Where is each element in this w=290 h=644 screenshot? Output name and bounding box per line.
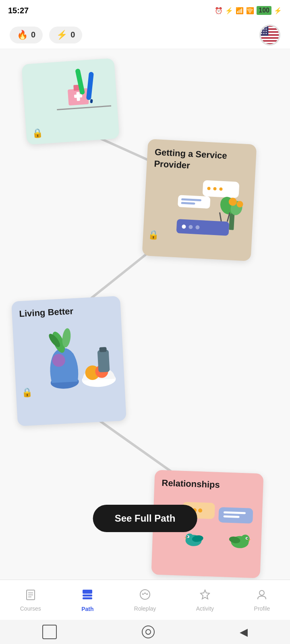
svg-rect-2 xyxy=(260,27,280,28)
system-nav-bar: ◀ xyxy=(0,620,290,644)
svg-line-38 xyxy=(57,106,111,109)
svg-rect-90 xyxy=(83,597,92,599)
svg-rect-9 xyxy=(260,37,280,39)
svg-point-91 xyxy=(140,590,150,599)
svg-rect-89 xyxy=(83,594,92,597)
svg-point-23 xyxy=(265,31,267,32)
activity-icon xyxy=(199,588,211,603)
activity-label: Activity xyxy=(196,605,214,612)
status-time: 15:27 xyxy=(8,6,29,15)
courses-label: Courses xyxy=(20,605,41,612)
nav-item-roleplay[interactable]: Roleplay xyxy=(134,588,156,612)
system-back-button[interactable]: ◀ xyxy=(240,626,248,638)
alarm-icon: ⏰ xyxy=(215,7,223,14)
roleplay-label: Roleplay xyxy=(134,605,156,612)
svg-rect-71 xyxy=(218,507,253,524)
svg-rect-35 xyxy=(86,72,94,100)
svg-rect-34 xyxy=(74,94,83,98)
path-icon xyxy=(81,588,94,604)
signal-icon: 📶 xyxy=(236,7,244,14)
nav-item-courses[interactable]: Courses xyxy=(20,588,41,612)
top-bar-stats: 🔥 0 ⚡ 0 xyxy=(10,27,82,43)
lock-icon-2: 🔒 xyxy=(148,230,159,241)
profile-label: Profile xyxy=(254,605,270,612)
flag-avatar[interactable] xyxy=(259,25,280,45)
streak-pill: 🔥 0 xyxy=(10,27,43,43)
svg-point-25 xyxy=(263,33,265,34)
bluetooth-icon: ⚡ xyxy=(225,7,233,14)
svg-rect-10 xyxy=(260,39,280,40)
streak-count: 0 xyxy=(31,30,35,39)
courses-icon xyxy=(25,588,37,603)
svg-point-26 xyxy=(265,33,267,34)
svg-rect-12 xyxy=(260,41,280,43)
svg-point-93 xyxy=(144,592,146,594)
xp-pill: ⚡ 0 xyxy=(49,27,82,43)
top-bar: 🔥 0 ⚡ 0 xyxy=(0,21,290,49)
lock-icon-1: 🔒 xyxy=(31,128,43,139)
card-living-better[interactable]: Living Better xyxy=(11,296,126,426)
svg-rect-65 xyxy=(97,349,110,372)
svg-point-24 xyxy=(261,33,262,34)
xp-icon: ⚡ xyxy=(56,30,67,40)
profile-icon xyxy=(256,588,268,603)
svg-point-94 xyxy=(146,593,148,595)
card-locked-top[interactable]: 🔒 xyxy=(21,58,119,145)
svg-rect-88 xyxy=(83,590,92,594)
svg-rect-66 xyxy=(99,347,107,352)
nav-item-path[interactable]: Path xyxy=(81,588,94,612)
system-recent-button[interactable] xyxy=(42,625,57,639)
card-service-provider[interactable]: Getting a Service Provider xyxy=(142,139,257,261)
battery-level: 100 xyxy=(257,6,271,15)
svg-rect-8 xyxy=(260,35,280,37)
xp-count: 0 xyxy=(70,30,75,39)
svg-point-95 xyxy=(259,590,264,595)
nav-item-profile[interactable]: Profile xyxy=(254,588,270,612)
bottom-navigation: Courses Path Roleplay Acti xyxy=(0,580,290,620)
lock-icon-3: 🔒 xyxy=(21,387,33,398)
svg-point-15 xyxy=(261,26,262,27)
svg-rect-36 xyxy=(90,99,93,103)
svg-point-19 xyxy=(263,28,265,29)
main-content: 🔒 Getting a Service Provider xyxy=(0,49,290,580)
svg-rect-43 xyxy=(178,195,210,208)
svg-point-22 xyxy=(263,31,265,32)
card-2-title: Getting a Service Provider xyxy=(146,139,257,178)
see-full-path-button[interactable]: See Full Path xyxy=(93,505,197,532)
nav-item-activity[interactable]: Activity xyxy=(196,588,214,612)
charging-icon: ⚡ xyxy=(274,7,282,14)
wifi-icon: 🛜 xyxy=(246,7,254,14)
roleplay-icon xyxy=(139,588,151,603)
path-label: Path xyxy=(81,606,93,612)
status-bar: 15:27 ⏰ ⚡ 📶 🛜 100 ⚡ xyxy=(0,0,290,21)
svg-point-92 xyxy=(142,593,144,595)
streak-icon: 🔥 xyxy=(17,30,28,40)
svg-point-20 xyxy=(265,28,267,29)
status-icons: ⏰ ⚡ 📶 🛜 100 ⚡ xyxy=(215,6,282,15)
card-4-title: Relationships xyxy=(154,470,264,495)
system-home-button[interactable] xyxy=(142,625,155,638)
svg-line-55 xyxy=(219,213,222,221)
